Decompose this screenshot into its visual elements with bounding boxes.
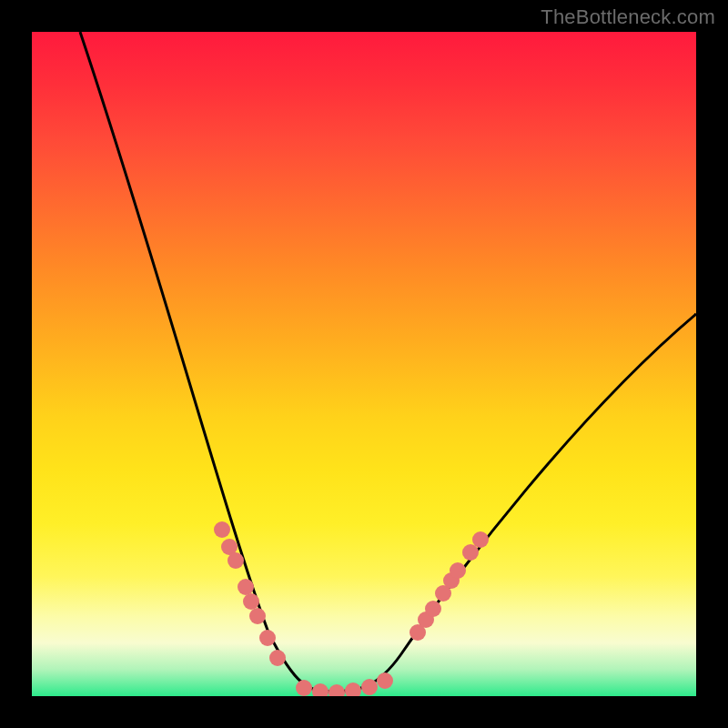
marker-left-0 bbox=[214, 521, 230, 538]
marker-bottom-1 bbox=[312, 683, 329, 696]
chart-frame: TheBottleneck.com bbox=[0, 0, 728, 728]
bottleneck-curve-svg bbox=[32, 32, 696, 696]
markers-bottom-cluster bbox=[296, 672, 393, 696]
marker-left-5 bbox=[249, 608, 266, 624]
marker-left-3 bbox=[238, 579, 254, 595]
marker-left-4 bbox=[243, 593, 259, 610]
marker-bottom-2 bbox=[329, 684, 345, 696]
marker-right-6 bbox=[462, 544, 479, 561]
marker-left-2 bbox=[228, 552, 244, 569]
marker-right-2 bbox=[425, 601, 441, 617]
watermark-label: TheBottleneck.com bbox=[541, 5, 715, 29]
marker-bottom-4 bbox=[361, 679, 378, 695]
marker-left-6 bbox=[259, 630, 276, 646]
marker-left-7 bbox=[269, 650, 286, 666]
plot-area bbox=[32, 32, 696, 696]
bottleneck-curve bbox=[80, 32, 696, 692]
marker-bottom-5 bbox=[377, 672, 393, 689]
marker-right-5 bbox=[450, 562, 466, 579]
marker-bottom-3 bbox=[345, 682, 361, 696]
markers-right-cluster bbox=[410, 531, 489, 641]
marker-right-7 bbox=[472, 531, 489, 548]
marker-bottom-0 bbox=[296, 680, 312, 696]
